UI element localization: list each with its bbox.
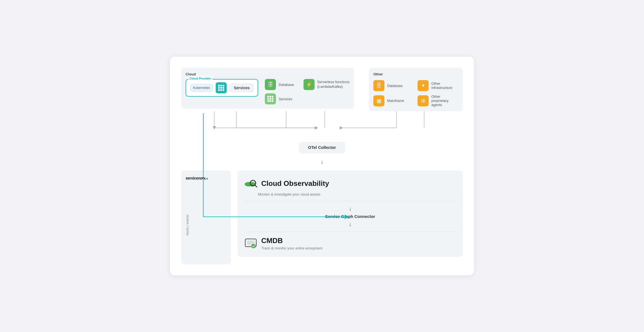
cloud-provider-wrapper: Cloud Provider Kubernetes Services	[186, 79, 258, 99]
top-row: Cloud Cloud Provider Kubernetes	[181, 68, 463, 111]
database-icon-green: 🗄	[265, 79, 276, 90]
other-infra-icon: ✦	[418, 80, 429, 91]
services2-item: Services	[265, 93, 350, 104]
database-item: 🗄 Database ⚡ Serverless functions(Lambda…	[265, 79, 350, 90]
mainframe-icon: ▦	[373, 95, 384, 106]
cmdb-icon	[244, 237, 257, 250]
cloud-obs-icon	[244, 177, 257, 190]
other-db-symbol: 🗄	[376, 83, 382, 89]
cmdb-title: CMDB	[261, 236, 323, 245]
db-symbol: 🗄	[268, 81, 273, 88]
services2-label: Services	[279, 97, 292, 101]
mainframe-symbol: ▦	[377, 98, 381, 104]
sgc-arrow-up: ↓	[244, 205, 456, 212]
network-symbol: ✦	[421, 83, 425, 89]
cmdb-text-area: CMDB Track & monitor your entire ecosyst…	[261, 236, 323, 250]
other-agents-label: Other proprietary agents	[431, 94, 458, 107]
grid-icon-2	[267, 96, 273, 102]
cmdb-icon-svg	[244, 237, 257, 249]
cloud-provider-box: Cloud Provider Kubernetes Services	[186, 79, 258, 97]
divider-2	[244, 232, 456, 232]
database-label: Database	[279, 83, 294, 87]
other-database-icon: 🗄	[373, 80, 384, 91]
connector-svg	[181, 111, 463, 133]
cloud-right-items: 🗄 Database ⚡ Serverless functions(Lambda…	[265, 79, 350, 104]
right-panel: Cloud Observability Monitor & investigat…	[237, 170, 463, 257]
services-icon-box	[216, 82, 227, 93]
other-section-label: Other	[373, 72, 458, 76]
cloud-obs-title: Cloud Observability	[261, 179, 329, 188]
cloud-section-label: Cloud	[186, 72, 350, 76]
other-infra-label: Other infrastructure	[431, 81, 458, 90]
other-infra-item: ✦ Other infrastructure	[418, 80, 458, 91]
otel-arrow-down: ↓	[181, 159, 463, 165]
other-grid: 🗄 Database ✦ Other infrastructure ▦ Main…	[373, 80, 458, 107]
mainframe-label: Mainframe	[387, 99, 404, 103]
otel-box: OTel Collector	[299, 142, 345, 153]
other-agents-icon: ⊞	[418, 95, 429, 106]
bottom-row: servicenow. Alerts / events C	[181, 170, 463, 264]
connector-area	[181, 111, 463, 133]
cloud-section: Cloud Cloud Provider Kubernetes	[181, 68, 354, 109]
other-database-item: 🗄 Database	[373, 80, 414, 91]
other-section: Other 🗄 Database ✦ Other infrastructure	[369, 68, 463, 111]
lambda-symbol: ⚡	[306, 81, 312, 88]
otel-row: OTel Collector	[181, 142, 463, 153]
svg-point-15	[251, 244, 256, 248]
serverless-icon: ⚡	[303, 79, 315, 90]
servicenow-box: servicenow. Alerts / events	[181, 170, 231, 264]
svg-line-12	[255, 185, 257, 187]
cmdb-section: CMDB Track & monitor your entire ecosyst…	[244, 236, 456, 250]
agents-symbol: ⊞	[421, 98, 425, 104]
services-badge: Services	[229, 84, 254, 92]
sgc-arrow-down: ↓	[244, 221, 456, 227]
serverless-label: Serverless functions(Lambda/Kafka)	[317, 80, 350, 89]
divider-1	[244, 201, 456, 201]
sn-logo-text: servicenow.	[186, 176, 206, 180]
obs-icon-svg	[244, 177, 257, 188]
servicenow-logo: servicenow.	[186, 176, 208, 180]
other-database-label: Database	[387, 84, 403, 88]
grid-icon-1	[218, 85, 224, 91]
cloud-obs-subtitle: Monitor & investigate your cloud assets	[258, 192, 456, 196]
diagram-container: Cloud Cloud Provider Kubernetes	[170, 57, 474, 275]
cmdb-subtitle: Track & monitor your entire ecosystem	[261, 246, 323, 250]
kubernetes-badge: Kubernetes	[190, 84, 213, 92]
mainframe-item: ▦ Mainframe	[373, 94, 414, 107]
services2-icon	[265, 93, 276, 104]
alerts-label: Alerts / events	[186, 215, 189, 236]
other-agents-item: ⊞ Other proprietary agents	[418, 94, 458, 107]
cloud-obs-header: Cloud Observability	[244, 177, 456, 190]
sn-dot	[206, 178, 208, 180]
cloud-provider-label: Cloud Provider	[188, 77, 212, 80]
sgc-label: Service Graph Connector	[244, 214, 456, 219]
